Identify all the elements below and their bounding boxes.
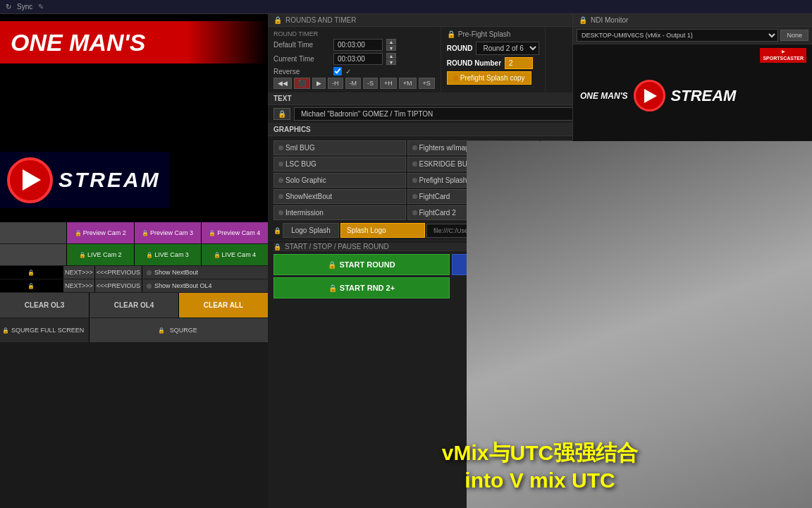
lock-squrge: 🔒 bbox=[2, 327, 9, 334]
lock-icon-live4: 🔒 bbox=[214, 252, 221, 258]
cam-cell-1 bbox=[0, 222, 66, 243]
live-cam-1 bbox=[0, 244, 66, 265]
minus-m-btn[interactable]: -M bbox=[345, 78, 362, 89]
rewind-btn[interactable]: ◀◀ bbox=[273, 78, 292, 89]
play-timer-btn[interactable]: ▶ bbox=[312, 78, 326, 89]
ind-lsc-bug bbox=[278, 162, 283, 167]
text-section-label: TEXT bbox=[273, 95, 292, 102]
stop-btn[interactable]: ⬛ bbox=[294, 78, 310, 89]
sportscaster-label: SPORTSCASTER bbox=[763, 55, 804, 61]
indicator-show-next2 bbox=[147, 284, 152, 289]
current-time-up[interactable]: ▲ bbox=[386, 53, 396, 59]
ndi-source-select[interactable]: DESKTOP-UM8V6CS (vMix - Output 1) bbox=[577, 29, 778, 42]
sportscaster-top: ▶ bbox=[763, 49, 804, 55]
ind-fight-card bbox=[412, 194, 417, 199]
show-nextbout-btn[interactable]: Show NextBout bbox=[154, 269, 198, 276]
plus-h-btn[interactable]: +H bbox=[380, 78, 397, 89]
ind-fighters bbox=[412, 145, 417, 150]
splash-copy-indicator bbox=[453, 75, 458, 80]
current-time-down[interactable]: ▼ bbox=[386, 59, 396, 65]
prev-btn-1[interactable]: <<<PREVIOUS bbox=[95, 266, 142, 279]
ndi-stream-text: STREAM bbox=[671, 87, 737, 105]
preview-cam2-label: Preview Cam 2 bbox=[83, 229, 126, 236]
start-round-btn[interactable]: 🔒 START ROUND bbox=[273, 254, 450, 275]
start-rnd2-btn[interactable]: 🔒 START RND 2+ bbox=[273, 277, 450, 298]
minus-h-btn[interactable]: -H bbox=[328, 78, 343, 89]
prefight-title: 🔒 Pre-Fight Splash bbox=[447, 30, 540, 38]
lock-icon-cam3: 🔒 bbox=[142, 230, 149, 236]
subtitle-overlay: vMix与UTC强强结合 into V mix UTC bbox=[268, 439, 812, 494]
logo-banner: ONE MAN'S bbox=[0, 21, 268, 64]
default-time-row: Default Time ▲ ▼ bbox=[273, 39, 435, 51]
ndi-monitor-panel: 🔒 NDI Monitor DESKTOP-UM8V6CS (vMix - Ou… bbox=[572, 14, 812, 155]
squrge-area: 🔒 SQURGE FULL SCREEN 🔒 SQURGE bbox=[0, 318, 268, 342]
splash-logo-active-btn[interactable]: Splash Logo bbox=[340, 223, 425, 238]
ndi-play-circle bbox=[634, 80, 665, 111]
title-bar: ↻ Sync ✎ bbox=[0, 0, 812, 14]
round-select[interactable]: Round 2 of 6 bbox=[476, 42, 539, 55]
prefight-splash-block: 🔒 Pre-Fight Splash ROUND Round 2 of 6 RO… bbox=[441, 27, 546, 92]
live-cam4-label: LIVE Cam 4 bbox=[222, 251, 257, 258]
default-time-up[interactable]: ▲ bbox=[386, 39, 396, 44]
rounds-timer-title: ROUNDS AND TIMER bbox=[285, 16, 356, 24]
squrge-btn[interactable]: SQURGE bbox=[167, 318, 200, 342]
ndi-none-btn[interactable]: None bbox=[780, 30, 808, 41]
title-text: Sync bbox=[17, 3, 32, 11]
round-timer-block: ROUND TIMER Default Time ▲ ▼ Current Tim… bbox=[268, 27, 441, 92]
ndi-title-bar: 🔒 NDI Monitor bbox=[573, 14, 812, 27]
logo-splash-btn[interactable]: Logo Splash bbox=[283, 223, 339, 238]
gfx-sml-bug[interactable]: Sml BUG bbox=[273, 140, 406, 155]
squrge-full-btn[interactable]: SQURGE FULL SCREEN bbox=[11, 327, 84, 334]
lock-rounds-icon: 🔒 bbox=[273, 16, 282, 24]
prefight-label: Pre-Fight Splash bbox=[458, 30, 510, 38]
gfx-intermission[interactable]: Intermission bbox=[273, 205, 406, 220]
edit-icon[interactable]: ✎ bbox=[38, 3, 44, 11]
subtitle-line2: into V mix UTC bbox=[268, 466, 812, 494]
round-number-label: ROUND Number bbox=[447, 59, 501, 67]
ind-eskridge-bug bbox=[412, 162, 417, 167]
gfx-show-next-bout[interactable]: ShowNextBout bbox=[273, 189, 406, 204]
round-number-row: ROUND Number bbox=[447, 57, 540, 69]
show-nextbout-ol4-btn[interactable]: Show NextBout OL4 bbox=[154, 282, 212, 289]
indicator-show-next bbox=[147, 270, 152, 275]
lock-icon-live2: 🔒 bbox=[79, 252, 86, 258]
clear-all-btn-left[interactable]: CLEAR ALL bbox=[179, 293, 268, 318]
live-cam2-label: LIVE Cam 2 bbox=[87, 251, 122, 258]
round-number-input[interactable] bbox=[505, 57, 533, 69]
clear-ol4-btn[interactable]: CLEAR OL4 bbox=[90, 293, 178, 318]
reverse-checkbox[interactable] bbox=[333, 67, 342, 75]
ndi-play-triangle bbox=[644, 89, 657, 103]
stream-text: STREAM bbox=[59, 168, 161, 192]
ndi-lock-icon: 🔒 bbox=[579, 16, 587, 24]
lock-logo-splash: 🔒 bbox=[273, 227, 281, 234]
round-select-row: ROUND Round 2 of 6 bbox=[447, 42, 540, 55]
lock-icon-live3: 🔒 bbox=[146, 252, 153, 258]
next-btn-1[interactable]: NEXT>>> bbox=[63, 266, 94, 279]
live-cam-4: 🔒 LIVE Cam 4 bbox=[202, 244, 268, 265]
default-time-input[interactable] bbox=[333, 39, 383, 51]
minus-s-btn[interactable]: -S bbox=[363, 78, 378, 89]
current-time-input[interactable] bbox=[333, 53, 383, 65]
round-label: ROUND bbox=[447, 44, 473, 52]
ndi-video-area: ▶ SPORTSCASTER ONE MAN'S STREAM bbox=[573, 44, 812, 147]
lock-start-stop: 🔒 bbox=[273, 243, 281, 250]
ndi-logo-preview: ONE MAN'S STREAM bbox=[580, 80, 736, 111]
prev-btn-2[interactable]: <<<PREVIOUS bbox=[95, 279, 142, 292]
gfx-lsc-bug[interactable]: LSC BUG bbox=[273, 157, 406, 171]
one-mans-label: ONE MAN'S bbox=[11, 29, 145, 56]
ind-fight-card-2 bbox=[412, 210, 417, 215]
default-time-down[interactable]: ▼ bbox=[386, 45, 396, 51]
live-cam3-label: LIVE Cam 3 bbox=[154, 251, 189, 258]
plus-m-btn[interactable]: +M bbox=[399, 78, 417, 89]
lock-nav2: 🔒 bbox=[27, 283, 35, 289]
ndi-one-mans-text: ONE MAN'S bbox=[580, 91, 628, 101]
lock-squrge2: 🔒 bbox=[158, 327, 165, 334]
next-btn-2[interactable]: NEXT>>> bbox=[63, 279, 94, 292]
prefight-copy-btn[interactable]: Prefight Splash copy bbox=[447, 71, 531, 85]
text-lock-btn[interactable]: 🔒 bbox=[273, 108, 290, 120]
clear-ol3-btn[interactable]: CLEAR OL3 bbox=[0, 293, 89, 318]
plus-s-btn[interactable]: +S bbox=[419, 78, 435, 89]
play-button-icon bbox=[7, 157, 53, 203]
timer-controls: ◀◀ ⬛ ▶ -H -M -S +H +M +S bbox=[273, 78, 435, 89]
gfx-solo-graphic[interactable]: Solo Graphic bbox=[273, 173, 406, 188]
